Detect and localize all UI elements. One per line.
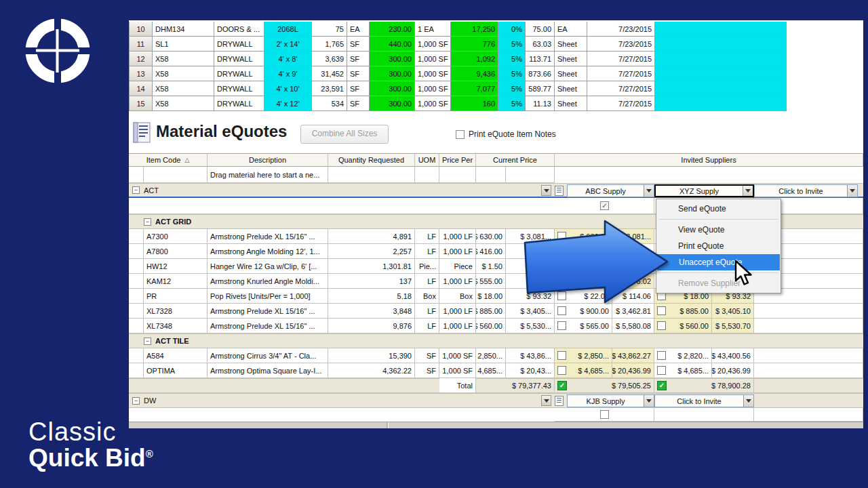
cell-abc-ext[interactable]: $ 5,580.08 (612, 319, 654, 333)
cell-quantity-requested[interactable]: 4,891 (328, 229, 415, 244)
abc-use-checkbox[interactable] (557, 306, 566, 315)
cell-unit[interactable]: Sheet (555, 37, 587, 52)
cell-invite-empty[interactable] (754, 319, 863, 333)
abc-use-checkbox[interactable] (557, 351, 566, 360)
cell-quantity[interactable]: 23,591 (312, 81, 347, 96)
cell-xyz-ext[interactable]: $ 3,405.10 (712, 304, 754, 319)
cell-size[interactable]: 2' x 14' (264, 37, 312, 52)
cell-price[interactable]: 589.77 (526, 81, 555, 96)
cell-description[interactable]: Hanger Wire 12 Ga w/Clip, 6' [... (208, 259, 328, 274)
row-selector[interactable] (129, 274, 144, 289)
cell-xyz-unit[interactable]: $ 885.00 (654, 304, 712, 319)
cell-price-per[interactable]: 1,000 SF (439, 348, 476, 363)
cell-abc-ext[interactable]: $ 3,462.81 (612, 304, 654, 319)
cell-quantity-requested[interactable]: 2,257 (328, 244, 415, 259)
cell-uom[interactable]: LF (415, 319, 439, 333)
row-selector[interactable] (129, 259, 144, 274)
cell-xyz-unit[interactable]: $ 4,685... (654, 363, 712, 378)
combine-all-sizes-button[interactable]: Combine All Sizes (300, 125, 389, 144)
abc-supplier-checkbox[interactable]: ✓ (600, 201, 609, 210)
cell-uom[interactable]: SF (347, 37, 370, 52)
cell-unit[interactable]: Sheet (555, 81, 587, 96)
cell-unit[interactable]: Sheet (555, 96, 587, 111)
cell-price[interactable]: 873.66 (526, 66, 555, 81)
row-selector[interactable] (129, 229, 144, 244)
row-selector[interactable] (129, 363, 144, 378)
cell-description[interactable]: Armstrong Prelude XL 15/16" ... (208, 304, 328, 319)
cell-current-price-unit[interactable]: $ 416.00 (476, 244, 506, 259)
row-number[interactable]: 11 (129, 37, 153, 52)
cell-price-per[interactable]: 1,000 LF (439, 274, 476, 289)
cell-unit[interactable]: Sheet (555, 52, 587, 66)
cell-size[interactable]: 4' x 8' (264, 52, 312, 66)
cell-uom[interactable]: LF (415, 274, 439, 289)
cell-description[interactable]: Armstrong Optima Square Lay-I... (208, 363, 328, 378)
cell-value1[interactable]: 300.00 (370, 96, 415, 111)
cell-uom[interactable]: LF (415, 304, 439, 319)
cell-uom[interactable]: SF (415, 363, 439, 378)
cell-percent[interactable]: 5% (498, 66, 526, 81)
cell-item-code[interactable]: XL7328 (144, 304, 208, 319)
cell-empty-cyan[interactable] (655, 66, 787, 81)
cell-value1[interactable]: 230.00 (370, 22, 415, 37)
cell-per[interactable]: 1,000 SF (415, 81, 451, 96)
xyz-use-checkbox[interactable] (657, 366, 666, 375)
cell-uom[interactable] (415, 167, 439, 183)
cell-description[interactable]: Armstrong Knurled Angle Moldi... (208, 274, 328, 289)
cell-item-code[interactable]: PR (144, 289, 208, 304)
collapse-icon[interactable]: − (132, 397, 140, 405)
cell-quantity[interactable]: 75 (312, 22, 347, 37)
cell-price-per[interactable]: 1,000 LF (439, 319, 476, 333)
cell-quantity[interactable]: 534 (312, 96, 347, 111)
cell-current-price-unit[interactable]: $ 560.00 (476, 319, 506, 333)
cell-description[interactable]: Armstrong Angle Molding 12', 1... (208, 244, 328, 259)
cell-value2[interactable]: 776 (451, 37, 498, 52)
cell-description[interactable]: Armstrong Cirrus 3/4" AT - Cla... (208, 348, 328, 363)
dropdown-button[interactable] (743, 395, 753, 407)
collapse-icon[interactable]: − (144, 338, 151, 345)
cell-percent[interactable]: 5% (498, 81, 526, 96)
row-number[interactable]: 14 (129, 81, 153, 96)
cell-current-ext[interactable] (506, 167, 555, 183)
dropdown-button[interactable] (743, 186, 753, 196)
cell-value2[interactable]: 1,092 (451, 52, 498, 66)
cell-unit[interactable]: Sheet (555, 66, 587, 81)
cell-invite-empty[interactable] (754, 304, 863, 319)
dropdown-button[interactable] (847, 185, 857, 197)
cell-size[interactable]: 4' x 12' (264, 96, 312, 111)
column-header-description[interactable]: Description (208, 153, 328, 167)
equote-document-icon[interactable] (555, 396, 564, 406)
kjb-supplier-checkbox[interactable] (600, 410, 609, 419)
cell-abc-unit[interactable]: $ 2,850... (555, 348, 612, 363)
cell-quantity[interactable]: 31,452 (312, 66, 347, 81)
cell-size[interactable]: 2068L (264, 22, 312, 37)
supplier-dropdown-abc[interactable]: ABC Supply (567, 184, 654, 197)
cell-item-code[interactable]: DHM134 (153, 22, 214, 37)
cell-size[interactable]: 4' x 10' (264, 81, 312, 96)
group-dropdown-button[interactable] (541, 395, 551, 406)
column-header-item-code[interactable]: Item Code△ (129, 153, 208, 167)
cell-abc-ext[interactable]: $ 43,862.27 (612, 348, 654, 363)
cell-date[interactable]: 7/27/2015 (587, 96, 655, 111)
cell-empty-cyan[interactable] (655, 22, 787, 37)
row-selector[interactable] (129, 304, 144, 319)
column-header-current-price[interactable]: Current Price (476, 153, 555, 167)
supplier-dropdown-xyz[interactable]: XYZ Supply (654, 184, 754, 197)
cell-uom[interactable]: LF (415, 244, 439, 259)
cell-current-price-unit[interactable]: $ 555.00 (476, 274, 506, 289)
cell-value1[interactable]: 300.00 (370, 52, 415, 66)
equote-document-icon[interactable] (555, 186, 564, 196)
abc-use-checkbox[interactable] (557, 321, 566, 330)
cell-empty-cyan[interactable] (655, 96, 787, 111)
cell-date[interactable]: 7/27/2015 (587, 66, 655, 81)
supplier-dropdown-invite[interactable]: Click to Invite (754, 184, 858, 197)
cell-uom[interactable]: EA (347, 22, 370, 37)
column-header-price-per[interactable]: Price Per (439, 153, 476, 167)
cell-xyz-ext[interactable]: $ 43,400.56 (712, 348, 754, 363)
cell-item-code[interactable]: A584 (144, 348, 208, 363)
cell-current-price-ext[interactable]: $ 20,43... (506, 363, 555, 378)
cell-date[interactable]: 7/27/2015 (587, 52, 655, 66)
cell-abc-unit[interactable]: $ 4,685... (555, 363, 612, 378)
cell-item-code[interactable]: KAM12 (144, 274, 208, 289)
cell-size[interactable]: 4' x 9' (264, 66, 312, 81)
